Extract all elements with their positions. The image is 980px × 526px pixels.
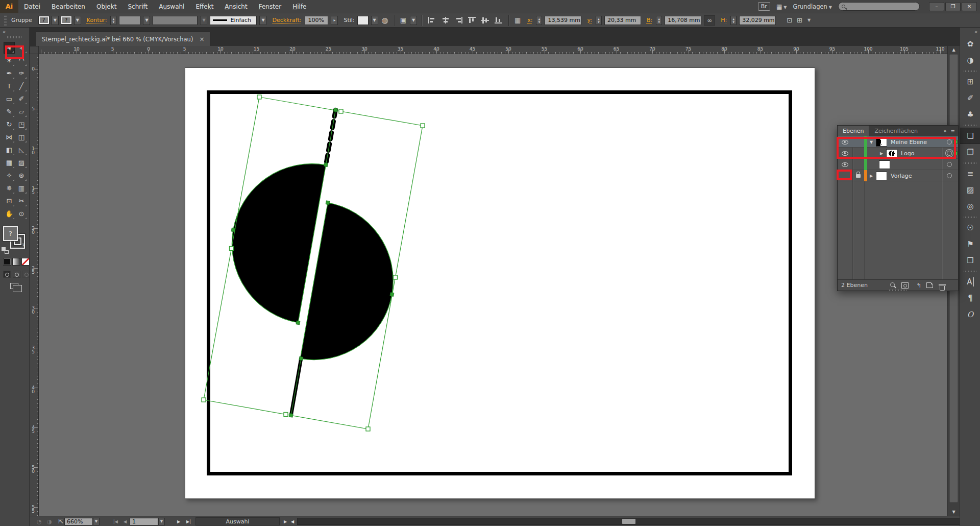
align-bottom-button[interactable] bbox=[495, 17, 502, 23]
y-field[interactable]: 20,33 mm bbox=[604, 16, 641, 25]
character-panel-button[interactable]: A bbox=[960, 274, 980, 290]
expand-toggle[interactable]: ▶ bbox=[868, 170, 874, 181]
layer-row-logo[interactable]: ▶Logo bbox=[838, 148, 958, 159]
layer-name[interactable]: Meine Ebene bbox=[888, 136, 927, 148]
x-field[interactable]: 13,539 mm bbox=[545, 16, 581, 25]
lock-toggle[interactable] bbox=[852, 148, 864, 159]
align-left-button[interactable] bbox=[428, 17, 436, 23]
layers-panel-button[interactable]: ❏ bbox=[960, 128, 980, 144]
free-transform-tool[interactable]: ◫ bbox=[16, 131, 27, 143]
graphic-styles-panel-button[interactable]: ⚑ bbox=[960, 236, 980, 252]
blend-tool[interactable]: ⊛ bbox=[16, 170, 27, 181]
perspective-grid-tool[interactable]: ◺ bbox=[16, 144, 27, 156]
artboard-navigation[interactable]: 1 ▼ bbox=[130, 516, 165, 526]
height-field[interactable]: 32,029 mm bbox=[739, 16, 776, 25]
isolate-selected-icon[interactable]: ▣ bbox=[399, 16, 407, 24]
lock-toggle[interactable] bbox=[852, 170, 864, 181]
eraser-tool[interactable]: ▱ bbox=[16, 106, 27, 117]
brushes-panel-button[interactable]: ✐ bbox=[960, 90, 980, 106]
panel-resize-grip[interactable] bbox=[889, 290, 906, 291]
logo-group[interactable] bbox=[201, 94, 424, 431]
tab-close-icon[interactable]: × bbox=[199, 36, 204, 43]
bridge-button[interactable]: Br bbox=[758, 2, 770, 11]
canvas[interactable] bbox=[39, 54, 947, 516]
document-tab[interactable]: Stempel_rechteckig.ai* bei 660 % (CMYK/V… bbox=[36, 32, 210, 46]
tab-ebenen[interactable]: Ebenen bbox=[838, 126, 869, 136]
horizontal-ruler[interactable]: 1050510152025303540455055606570758085909… bbox=[39, 46, 947, 54]
menu-ansicht[interactable]: Ansicht bbox=[219, 0, 253, 13]
eyedropper-tool[interactable]: ✧ bbox=[4, 170, 15, 181]
toolbar-grip[interactable] bbox=[7, 36, 22, 38]
visibility-toggle[interactable] bbox=[838, 148, 852, 159]
fill-color-indicator[interactable]: ? bbox=[3, 226, 18, 241]
artboard-tool[interactable]: ⊡ bbox=[4, 195, 15, 207]
draw-inside-button[interactable] bbox=[22, 271, 30, 278]
symbol-sprayer-tool[interactable]: ✵ bbox=[4, 182, 15, 194]
reference-point-grid-icon[interactable]: ▦ bbox=[513, 16, 522, 24]
minimize-button[interactable]: – bbox=[929, 2, 944, 11]
selection-indicator[interactable] bbox=[952, 136, 959, 148]
target-toggle[interactable] bbox=[942, 170, 957, 181]
vertical-ruler[interactable]: 0510152025303540455055 bbox=[30, 54, 39, 516]
fill-swatch-button[interactable]: ? bbox=[39, 16, 49, 24]
pencil-tool[interactable]: ✎ bbox=[4, 106, 15, 117]
menu-datei[interactable]: Datei bbox=[18, 0, 46, 13]
y-stepper[interactable]: ▲▼ bbox=[596, 16, 602, 25]
paintbrush-tool[interactable]: ✐ bbox=[16, 93, 27, 105]
artboard-number-field[interactable]: 1 bbox=[130, 518, 158, 525]
color-guide-panel-button[interactable]: ◑ bbox=[960, 52, 980, 68]
pen-tool[interactable]: ✒ bbox=[4, 67, 15, 79]
slice-tool[interactable]: ✂ bbox=[16, 195, 27, 207]
stroke-weight-label[interactable]: Kontur: bbox=[87, 17, 107, 23]
lock-toggle[interactable] bbox=[852, 136, 864, 148]
brush-definition[interactable]: Einfach bbox=[210, 16, 257, 25]
align-right-button[interactable] bbox=[455, 17, 462, 23]
rotate-tool[interactable]: ↻ bbox=[4, 118, 15, 130]
magic-wand-tool[interactable]: ✶ bbox=[4, 55, 15, 66]
visibility-toggle[interactable] bbox=[838, 170, 852, 181]
stroke-weight-dropdown[interactable]: ▼ bbox=[143, 16, 150, 25]
select-similar-dropdown[interactable]: ▼ bbox=[410, 16, 417, 25]
status-menu-icon[interactable]: ▶ bbox=[284, 516, 287, 526]
layer-row--rechte-[interactable] bbox=[838, 159, 958, 170]
dock-expand-icon[interactable]: « bbox=[974, 29, 977, 35]
arrange-documents-button[interactable]: ▦▼ bbox=[776, 3, 787, 10]
layer-thumbnail[interactable] bbox=[875, 136, 888, 148]
dock-grip[interactable] bbox=[964, 161, 976, 165]
layer-row-vorlage[interactable]: ▶Vorlage bbox=[838, 170, 958, 181]
next-artboard-icon[interactable]: ▶ bbox=[177, 516, 180, 526]
symbols-panel-button[interactable]: ♣ bbox=[960, 106, 980, 123]
width-profile-dropdown[interactable]: ▼ bbox=[200, 16, 207, 25]
draw-normal-button[interactable] bbox=[3, 271, 11, 278]
opacity-expand-button[interactable]: ▸ bbox=[331, 16, 338, 25]
direct-selection-tool[interactable]: ➣ bbox=[16, 42, 27, 54]
stroke-panel-button[interactable]: ≡ bbox=[960, 165, 980, 182]
locate-object-icon[interactable] bbox=[889, 282, 898, 289]
scale-strokes-icon[interactable]: ⊡ bbox=[786, 16, 793, 24]
draw-behind-button[interactable] bbox=[13, 271, 20, 278]
zoom-level-field[interactable]: 660% bbox=[64, 518, 93, 525]
artwork-overlay[interactable] bbox=[39, 54, 947, 516]
selection-indicator[interactable] bbox=[952, 148, 959, 159]
align-center-button[interactable] bbox=[442, 17, 449, 23]
shape-builder-tool[interactable]: ◧ bbox=[4, 144, 15, 156]
column-graph-tool[interactable]: ▥ bbox=[16, 182, 27, 194]
scroll-up-icon[interactable]: ▲ bbox=[948, 47, 960, 52]
ruler-origin-corner[interactable] bbox=[30, 46, 39, 54]
last-artboard-icon[interactable]: ▶| bbox=[186, 516, 191, 526]
expand-toggle[interactable]: ▼ bbox=[868, 136, 874, 148]
lock-toggle[interactable] bbox=[852, 159, 864, 170]
export-icon[interactable]: ⇱ bbox=[58, 516, 63, 526]
constrain-proportions-link-icon[interactable]: ∞ bbox=[704, 15, 715, 26]
artboard-dropdown[interactable]: ▼ bbox=[158, 518, 165, 525]
dock-grip[interactable] bbox=[964, 270, 976, 273]
width-profile-field[interactable] bbox=[153, 16, 198, 25]
screen-mode-button[interactable] bbox=[10, 283, 18, 289]
zoom-level-control[interactable]: 660% ▼ bbox=[64, 516, 100, 526]
previous-artboard-icon[interactable]: ◀ bbox=[124, 516, 127, 526]
align-middle-button[interactable] bbox=[481, 17, 489, 23]
new-layer-icon[interactable] bbox=[926, 282, 933, 288]
default-fill-stroke-icon[interactable] bbox=[2, 247, 9, 254]
layer-thumbnail[interactable] bbox=[886, 148, 898, 159]
panel-expand-icon[interactable]: » bbox=[943, 128, 946, 134]
